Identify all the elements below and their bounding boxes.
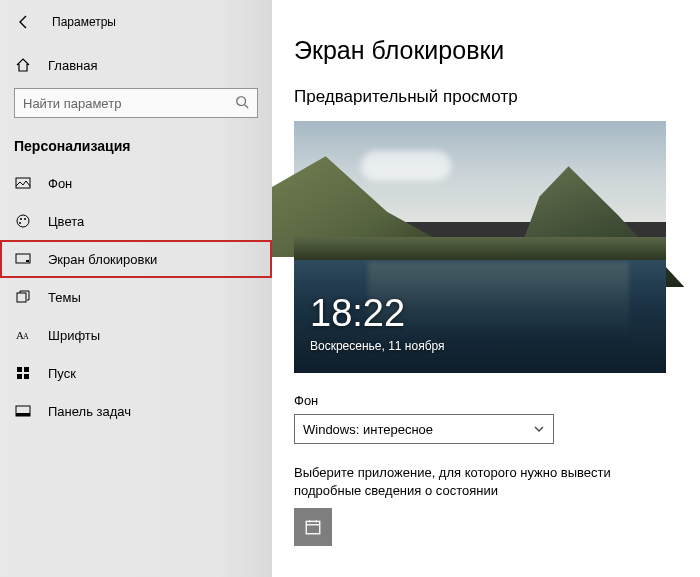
- svg-line-1: [245, 105, 249, 109]
- nav-label: Экран блокировки: [48, 252, 157, 267]
- svg-point-4: [20, 218, 22, 220]
- nav-start[interactable]: Пуск: [0, 354, 272, 392]
- svg-rect-9: [17, 293, 26, 302]
- page-title: Экран блокировки: [294, 36, 680, 65]
- preview-shore: [294, 237, 666, 262]
- home-link[interactable]: Главная: [0, 46, 272, 84]
- svg-point-0: [237, 97, 246, 106]
- search-input[interactable]: [15, 89, 257, 117]
- nav-colors[interactable]: Цвета: [0, 202, 272, 240]
- preview-date: Воскресенье, 11 ноября: [310, 339, 445, 353]
- nav-themes[interactable]: Темы: [0, 278, 272, 316]
- fonts-icon: AA: [14, 326, 32, 344]
- choose-app-label: Выберите приложение, для которого нужно …: [294, 464, 654, 500]
- preview-reflection: [368, 262, 628, 338]
- home-label: Главная: [48, 58, 97, 73]
- nav-label: Пуск: [48, 366, 76, 381]
- nav-label: Шрифты: [48, 328, 100, 343]
- app-tile-calendar[interactable]: [294, 508, 332, 546]
- section-title: Персонализация: [0, 132, 272, 164]
- preview-time: 18:22: [310, 292, 405, 335]
- svg-point-5: [24, 218, 26, 220]
- chevron-down-icon: [533, 423, 545, 435]
- app-tiles: [294, 508, 680, 546]
- background-label: Фон: [294, 393, 680, 408]
- nav-taskbar[interactable]: Панель задач: [0, 392, 272, 430]
- svg-rect-17: [16, 413, 30, 416]
- lock-screen-preview: 18:22 Воскресенье, 11 ноября: [294, 121, 666, 373]
- dropdown-value: Windows: интересное: [303, 422, 433, 437]
- lock-screen-icon: [14, 250, 32, 268]
- start-icon: [14, 364, 32, 382]
- picture-icon: [14, 174, 32, 192]
- svg-rect-12: [17, 367, 22, 372]
- preview-cloud: [361, 151, 451, 181]
- svg-rect-18: [306, 522, 320, 534]
- taskbar-icon: [14, 402, 32, 420]
- window-title: Параметры: [52, 15, 116, 29]
- svg-rect-8: [26, 260, 29, 262]
- nav-label: Фон: [48, 176, 72, 191]
- sidebar: Параметры Главная Персонализация Фон: [0, 0, 272, 577]
- header-row: Параметры: [0, 8, 272, 46]
- svg-rect-14: [17, 374, 22, 379]
- calendar-icon: [304, 518, 322, 536]
- nav-label: Темы: [48, 290, 81, 305]
- svg-text:A: A: [23, 332, 29, 341]
- preview-heading: Предварительный просмотр: [294, 87, 680, 107]
- back-button[interactable]: [14, 12, 34, 32]
- arrow-left-icon: [16, 14, 32, 30]
- themes-icon: [14, 288, 32, 306]
- nav-fonts[interactable]: AA Шрифты: [0, 316, 272, 354]
- background-dropdown[interactable]: Windows: интересное: [294, 414, 554, 444]
- nav-label: Панель задач: [48, 404, 131, 419]
- search-icon: [235, 95, 251, 111]
- svg-point-3: [17, 215, 29, 227]
- nav-label: Цвета: [48, 214, 84, 229]
- svg-rect-13: [24, 367, 29, 372]
- search-box[interactable]: [14, 88, 258, 118]
- svg-rect-15: [24, 374, 29, 379]
- nav-background[interactable]: Фон: [0, 164, 272, 202]
- palette-icon: [14, 212, 32, 230]
- svg-point-6: [19, 222, 21, 224]
- main-content: Экран блокировки Предварительный просмот…: [272, 0, 700, 577]
- nav-lock-screen[interactable]: Экран блокировки: [0, 240, 272, 278]
- home-icon: [14, 56, 32, 74]
